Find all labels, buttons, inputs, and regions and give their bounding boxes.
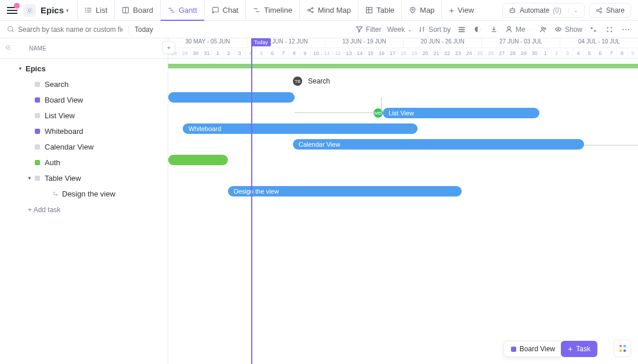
add-column-button[interactable]: + [162, 41, 175, 54]
search-wrap[interactable] [7, 26, 122, 34]
today-marker [251, 38, 252, 364]
user-icon [505, 26, 513, 33]
tab-board[interactable]: Board [114, 0, 160, 21]
search-bar-label[interactable]: TBSearch [293, 77, 330, 86]
gantt-row-design: Design the view [168, 184, 638, 199]
tab-map[interactable]: Map [401, 0, 441, 21]
tab-chat-label: Chat [223, 6, 238, 14]
task-row-whiteboard[interactable]: Whiteboard [0, 123, 168, 139]
task-name: Board View [45, 96, 83, 104]
svg-rect-35 [459, 27, 465, 28]
day-cell: 12 [332, 48, 343, 58]
day-cell: 17 [387, 48, 398, 58]
settings-icon[interactable] [456, 24, 467, 35]
list-bar[interactable]: List View [383, 108, 539, 118]
auth-bar[interactable] [168, 155, 228, 165]
day-cell: 19 [409, 48, 420, 58]
svg-line-19 [310, 10, 311, 12]
svg-point-30 [600, 11, 601, 13]
share-button[interactable]: Share [589, 3, 631, 18]
show-label: Show [565, 26, 582, 34]
space-name[interactable]: Epics [41, 5, 64, 15]
automate-button[interactable]: Automate (0) ⌄ [502, 3, 585, 18]
space-icon[interactable] [23, 4, 36, 17]
day-cell: 23 [452, 48, 463, 58]
task-row-search[interactable]: Search [0, 77, 168, 92]
automate-count: (0) [553, 6, 561, 14]
week-label: Week [387, 26, 404, 34]
whiteboard-bar[interactable]: Whiteboard [183, 123, 418, 134]
floating-task-label: Task [576, 345, 590, 353]
share-icon [596, 7, 603, 14]
task-row-calendar[interactable]: Calendar View [0, 139, 168, 155]
svg-point-23 [412, 9, 413, 10]
today-link[interactable]: Today [135, 26, 153, 34]
day-cell: 9 [299, 48, 310, 58]
svg-rect-12 [212, 8, 218, 12]
task-row-table[interactable]: ▼Table View [0, 170, 168, 186]
task-name: Design the view [62, 190, 115, 198]
day-cell: 16 [376, 48, 387, 58]
collapse-icon[interactable] [588, 24, 599, 35]
task-row-board[interactable]: Board View [0, 92, 168, 108]
add-view-button[interactable]: +View [441, 0, 481, 21]
download-icon[interactable] [489, 24, 499, 35]
collapse-icon[interactable]: ▼ [27, 176, 32, 181]
search-input[interactable] [18, 26, 122, 34]
fullscreen-icon[interactable] [604, 24, 615, 35]
floating-new-task-button[interactable]: +Task [561, 341, 597, 357]
tab-gantt[interactable]: Gantt [160, 0, 204, 21]
tab-list[interactable]: List [77, 0, 114, 21]
gantt-row-search: TBSearch [168, 74, 638, 90]
day-cell: 8 [617, 48, 628, 58]
tab-chat[interactable]: Chat [204, 0, 245, 21]
name-header-label: NAME [29, 45, 46, 52]
tab-timeline[interactable]: Timeline [245, 0, 299, 21]
tab-table-label: Table [376, 6, 394, 14]
subtask-row-design[interactable]: Design the view [0, 186, 168, 202]
more-icon[interactable]: ⋯ [621, 24, 631, 35]
show-button[interactable]: Show [554, 26, 582, 34]
svg-point-27 [513, 10, 514, 11]
people-icon[interactable] [538, 24, 549, 35]
day-cell: 14 [354, 48, 365, 58]
caret-down-icon[interactable]: ▾ [66, 8, 69, 13]
epic-group-row[interactable]: ▼Epics [0, 61, 168, 77]
apps-button[interactable] [614, 340, 631, 357]
day-cell: 1 [212, 48, 223, 58]
day-cell: 3 [561, 48, 572, 58]
separator [128, 26, 129, 34]
calendar-bar[interactable]: Calendar View [293, 139, 584, 150]
menu-icon[interactable] [7, 5, 17, 16]
outdent-icon[interactable] [5, 44, 12, 52]
tab-mindmap[interactable]: Mind Map [299, 0, 358, 21]
filter-button[interactable]: Filter [356, 26, 382, 34]
timeline-pane[interactable]: 30 MAY - 05 JUN06 JUN - 12 JUN13 JUN - 1… [168, 38, 638, 364]
tab-table[interactable]: Table [358, 0, 401, 21]
automate-label: Automate [520, 6, 549, 14]
svg-point-43 [56, 194, 57, 195]
chevron-down-icon[interactable]: ⌄ [568, 8, 578, 13]
contrast-icon[interactable] [473, 24, 483, 35]
me-filter[interactable]: Me· [505, 26, 532, 34]
epics-summary-bar[interactable] [168, 64, 638, 68]
svg-point-15 [308, 9, 310, 11]
design-bar[interactable]: Design the view [228, 186, 462, 196]
tab-map-label: Map [420, 6, 434, 14]
day-cell: 5 [583, 48, 594, 58]
collapse-icon[interactable]: ▼ [17, 66, 23, 71]
notification-badge [14, 3, 20, 9]
task-row-auth[interactable]: Auth [0, 155, 168, 170]
day-cell: 4 [572, 48, 583, 58]
day-cell: 13 [343, 48, 354, 58]
gantt-row-epics [168, 59, 638, 74]
week-dropdown[interactable]: Week⌄ [387, 26, 412, 34]
add-task-button[interactable]: + Add task [0, 202, 168, 217]
topbar: Epics ▾ List Board Gantt Chat Timeline M… [0, 0, 638, 21]
svg-line-32 [598, 10, 600, 12]
floating-board-view-button[interactable]: Board View [503, 341, 563, 357]
board-bar[interactable] [168, 92, 295, 103]
sort-button[interactable]: Sort by [418, 26, 451, 34]
gantt-row-table [168, 168, 638, 184]
task-row-list[interactable]: List View [0, 108, 168, 123]
